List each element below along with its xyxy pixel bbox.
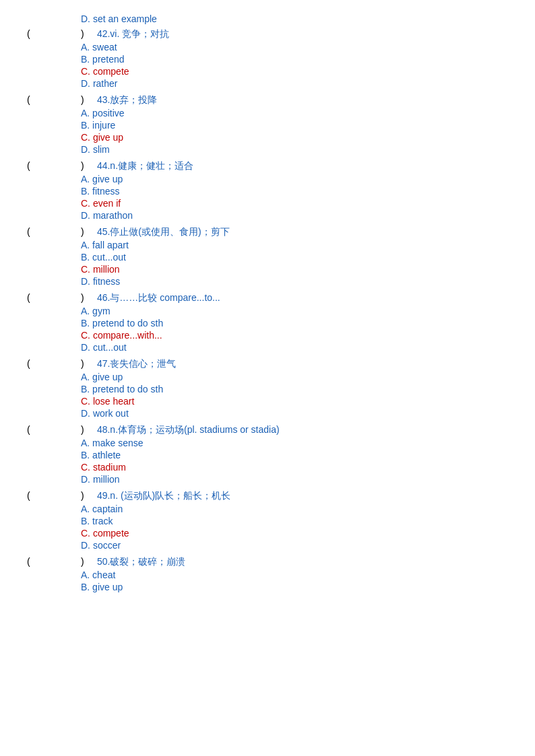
options-50: A. cheat B. give up [81,570,508,592]
question-44-text: 44.n.健康；健壮；适合 [94,160,193,172]
option-44-d: D. marathon [81,210,508,221]
option-48-a: A. make sense [81,438,508,448]
paren-open: ( [27,358,40,369]
question-42-line: ( ) 42.vi. 竞争；对抗 [27,28,508,40]
header-option-d: D. set an example [81,13,508,24]
option-49-a: A. captain [81,504,508,514]
option-48-b: B. athlete [81,450,508,460]
option-42-a: A. sweat [81,42,508,53]
option-48-d: D. million [81,474,508,485]
option-50-a: A. cheat [81,570,508,580]
question-47-line: ( ) 47.丧失信心；泄气 [27,358,508,370]
question-44-line: ( ) 44.n.健康；健壮；适合 [27,160,508,172]
paren-open: ( [27,226,40,237]
paren-close: ) [81,556,94,567]
paren-close: ) [81,94,94,105]
paren-open: ( [27,28,40,39]
question-48-line: ( ) 48.n.体育场；运动场(pl. stadiums or stadia) [27,424,508,436]
question-50-text: 50.破裂；破碎；崩溃 [94,556,185,568]
option-50-b: B. give up [81,582,508,592]
option-47-d: D. work out [81,408,508,419]
page-content: D. set an example ( ) 42.vi. 竞争；对抗 A. sw… [27,13,508,592]
option-46-b: B. pretend to do sth [81,318,508,329]
option-42-b: B. pretend [81,54,508,65]
question-46-text: 46.与……比较 compare...to... [94,292,220,304]
option-47-c: C. lose heart [81,396,508,407]
question-48: ( ) 48.n.体育场；运动场(pl. stadiums or stadia)… [27,424,508,485]
question-45-text: 45.停止做(或使用、食用)；剪下 [94,226,230,238]
question-46-line: ( ) 46.与……比较 compare...to... [27,292,508,304]
question-49: ( ) 49.n. (运动队)队长；船长；机长 A. captain B. tr… [27,490,508,551]
option-44-c: C. even if [81,198,508,209]
paren-open: ( [27,292,40,303]
question-47-text: 47.丧失信心；泄气 [94,358,176,370]
option-42-d: D. rather [81,78,508,89]
option-45-a: A. fall apart [81,240,508,250]
question-42-text: 42.vi. 竞争；对抗 [94,28,169,40]
option-43-a: A. positive [81,108,508,118]
question-50: ( ) 50.破裂；破碎；崩溃 A. cheat B. give up [27,556,508,592]
option-43-b: B. injure [81,120,508,131]
question-48-text: 48.n.体育场；运动场(pl. stadiums or stadia) [94,424,280,436]
paren-close: ) [81,490,94,501]
options-47: A. give up B. pretend to do sth C. lose … [81,372,508,419]
blank-space [40,160,81,171]
options-46: A. gym B. pretend to do sth C. compare..… [81,306,508,353]
option-46-d: D. cut...out [81,342,508,353]
option-44-b: B. fitness [81,186,508,197]
blank-space [40,94,81,105]
blank-space [40,490,81,501]
paren-close: ) [81,424,94,435]
paren-open: ( [27,160,40,171]
paren-open: ( [27,556,40,567]
paren-close: ) [81,292,94,303]
option-label: D. set an example [81,13,157,24]
question-43: ( ) 43.放弃；投降 A. positive B. injure C. gi… [27,94,508,155]
paren-open: ( [27,490,40,501]
option-49-d: D. soccer [81,540,508,551]
blank-space [40,358,81,369]
blank-space [40,28,81,39]
paren-close: ) [81,28,94,39]
question-44: ( ) 44.n.健康；健壮；适合 A. give up B. fitness … [27,160,508,221]
option-46-a: A. gym [81,306,508,316]
question-45: ( ) 45.停止做(或使用、食用)；剪下 A. fall apart B. c… [27,226,508,287]
blank-space [40,424,81,435]
option-47-a: A. give up [81,372,508,382]
option-47-b: B. pretend to do sth [81,384,508,394]
options-48: A. make sense B. athlete C. stadium D. m… [81,438,508,485]
paren-close: ) [81,160,94,171]
question-43-line: ( ) 43.放弃；投降 [27,94,508,106]
option-46-c: C. compare...with... [81,330,508,341]
question-49-line: ( ) 49.n. (运动队)队长；船长；机长 [27,490,508,502]
question-42: ( ) 42.vi. 竞争；对抗 A. sweat B. pretend C. … [27,28,508,89]
option-49-c: C. compete [81,528,508,539]
question-49-text: 49.n. (运动队)队长；船长；机长 [94,490,230,502]
option-48-c: C. stadium [81,462,508,473]
option-45-d: D. fitness [81,276,508,287]
question-45-line: ( ) 45.停止做(或使用、食用)；剪下 [27,226,508,238]
option-45-b: B. cut...out [81,252,508,263]
blank-space [40,556,81,567]
option-43-d: D. slim [81,144,508,155]
options-44: A. give up B. fitness C. even if D. mara… [81,174,508,221]
options-43: A. positive B. injure C. give up D. slim [81,108,508,155]
paren-open: ( [27,94,40,105]
option-49-b: B. track [81,516,508,526]
option-44-a: A. give up [81,174,508,184]
option-42-c: C. compete [81,66,508,77]
paren-close: ) [81,226,94,237]
question-43-text: 43.放弃；投降 [94,94,157,106]
option-43-c: C. give up [81,132,508,143]
blank-space [40,292,81,303]
option-45-c: C. million [81,264,508,275]
paren-open: ( [27,424,40,435]
options-42: A. sweat B. pretend C. compete D. rather [81,42,508,89]
question-46: ( ) 46.与……比较 compare...to... A. gym B. p… [27,292,508,353]
blank-space [40,226,81,237]
question-47: ( ) 47.丧失信心；泄气 A. give up B. pretend to … [27,358,508,419]
options-45: A. fall apart B. cut...out C. million D.… [81,240,508,287]
question-50-line: ( ) 50.破裂；破碎；崩溃 [27,556,508,568]
paren-close: ) [81,358,94,369]
options-49: A. captain B. track C. compete D. soccer [81,504,508,551]
